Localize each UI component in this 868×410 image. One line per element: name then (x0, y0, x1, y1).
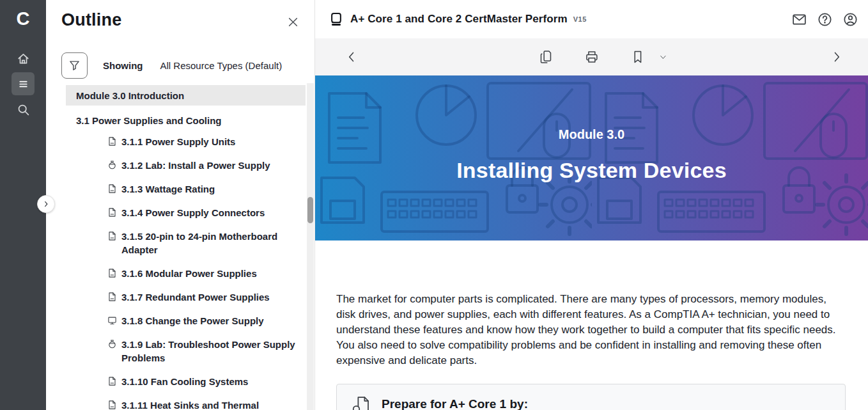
filter-row: Showing All Resource Types (Default) (61, 52, 282, 79)
bookmark-icon (630, 50, 644, 64)
outline-item-label: 3.1.11 Heat Sinks and Thermal (121, 398, 306, 410)
mail-icon (792, 12, 807, 27)
outline-item[interactable]: 3.1.8 Change the Power Supply (66, 314, 306, 327)
filter-value: All Resource Types (Default) (160, 60, 283, 71)
filter-showing-label: Showing (103, 60, 143, 71)
outline-item[interactable]: 3.1.1 Power Supply Units (66, 135, 306, 148)
outline-item-label: 3.1.9 Lab: Troubleshoot Power Supply Pro… (121, 338, 306, 365)
outline-menu-button[interactable] (12, 72, 35, 95)
prepare-card: Prepare for A+ Core 1 by: (336, 384, 846, 410)
account-button[interactable] (842, 12, 858, 27)
document-icon (107, 268, 117, 278)
filter-funnel-icon (68, 59, 81, 72)
intro-paragraph: The market for computer parts is complic… (336, 292, 841, 368)
course-title: A+ Core 1 and Core 2 CertMaster Perform (350, 13, 568, 26)
app-window: C Outline Showing All Resource Types (De… (0, 0, 868, 410)
home-button[interactable] (12, 47, 35, 70)
filter-button[interactable] (61, 52, 88, 79)
outline-item-module-intro[interactable]: Module 3.0 Introduction (66, 85, 306, 106)
chevron-right-icon (42, 200, 50, 208)
document-icon (107, 184, 117, 194)
document-icon (107, 136, 117, 146)
toolbar-center-group (522, 47, 669, 67)
outline-item[interactable]: 3.1.9 Lab: Troubleshoot Power Supply Pro… (66, 338, 306, 365)
search-button[interactable] (12, 98, 35, 121)
outline-item-label: Module 3.0 Introduction (76, 90, 184, 101)
outline-title: Outline (61, 10, 121, 30)
outline-section-header[interactable]: 3.1 Power Supplies and Cooling (66, 114, 306, 127)
banner-title: Installing System Devices (456, 158, 727, 183)
outline-item[interactable]: 3.1.10 Fan Cooling Systems (66, 375, 306, 388)
person-icon (843, 12, 858, 27)
chevron-right-icon (830, 50, 844, 64)
banner-text: Module 3.0 Installing System Devices (315, 75, 868, 240)
printer-icon (584, 50, 598, 64)
outline-item[interactable]: 3.1.7 Redundant Power Supplies (66, 290, 306, 304)
copy-icon (538, 50, 552, 64)
chevron-down-icon (659, 53, 667, 61)
messages-button[interactable] (791, 12, 807, 27)
content-area: A+ Core 1 and Core 2 CertMaster Perform … (314, 0, 868, 410)
document-icon (107, 376, 117, 386)
book-icon (329, 12, 343, 26)
chevron-left-icon (345, 50, 359, 64)
outline-item-label: 3.1 Power Supplies and Cooling (76, 115, 222, 126)
menu-icon (17, 77, 30, 91)
course-version-badge: V15 (573, 15, 587, 23)
outline-item-label: 3.1.5 20-pin to 24-pin Motherboard Adapt… (121, 230, 306, 256)
outline-item-label: 3.1.2 Lab: Install a Power Supply (121, 159, 306, 172)
prepare-heading: Prepare for A+ Core 1 by: (382, 395, 528, 410)
document-icon (107, 400, 117, 410)
document-icon (107, 292, 117, 302)
bookmark-menu-button[interactable] (656, 47, 669, 67)
outline-item[interactable]: 3.1.11 Heat Sinks and Thermal (66, 398, 306, 410)
outline-item-label: 3.1.7 Redundant Power Supplies (121, 290, 306, 304)
course-header: A+ Core 1 and Core 2 CertMaster Perform … (315, 0, 868, 38)
home-icon (17, 52, 30, 65)
print-button[interactable] (582, 47, 601, 67)
outline-item-label: 3.1.3 Wattage Rating (121, 182, 306, 196)
help-icon (818, 12, 832, 27)
panel-expand-button[interactable] (37, 195, 55, 213)
outline-scrollbar[interactable] (307, 83, 314, 410)
document-icon (107, 207, 117, 217)
banner-module-label: Module 3.0 (559, 127, 624, 142)
outline-list: Module 3.0 Introduction3.1 Power Supplie… (66, 85, 306, 410)
flask-icon (107, 160, 117, 170)
close-outline-button[interactable] (285, 14, 300, 29)
document-icon (107, 231, 117, 241)
search-icon (17, 103, 30, 116)
bookmark-button[interactable] (628, 47, 647, 67)
scrollbar-thumb[interactable] (307, 197, 313, 223)
outline-item[interactable]: 3.1.3 Wattage Rating (66, 182, 306, 196)
next-page-button[interactable] (827, 47, 846, 67)
outline-item-label: 3.1.6 Modular Power Supplies (121, 267, 306, 280)
close-icon (288, 17, 298, 28)
help-button[interactable] (817, 12, 832, 27)
objectives-doc-icon (352, 395, 371, 410)
outline-panel: Outline Showing All Resource Types (Defa… (46, 0, 314, 410)
outline-item[interactable]: 3.1.4 Power Supply Connectors (66, 206, 306, 219)
copy-button[interactable] (536, 47, 555, 67)
outline-item[interactable]: 3.1.2 Lab: Install a Power Supply (66, 159, 306, 172)
outline-item-label: 3.1.10 Fan Cooling Systems (121, 375, 306, 388)
module-banner: Module 3.0 Installing System Devices (315, 75, 868, 240)
outline-item-label: 3.1.4 Power Supply Connectors (121, 206, 306, 219)
outline-item[interactable]: 3.1.6 Modular Power Supplies (66, 267, 306, 280)
monitor-icon (107, 315, 117, 326)
brand-logo: C (0, 5, 46, 32)
outline-item-label: 3.1.8 Change the Power Supply (121, 314, 306, 327)
outline-item-label: 3.1.1 Power Supply Units (121, 135, 306, 148)
page-toolbar (315, 38, 868, 75)
outline-item[interactable]: 3.1.5 20-pin to 24-pin Motherboard Adapt… (66, 230, 306, 256)
previous-page-button[interactable] (342, 47, 361, 67)
flask-icon (107, 339, 117, 349)
